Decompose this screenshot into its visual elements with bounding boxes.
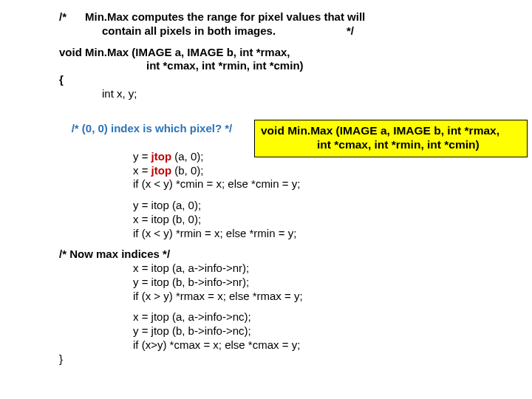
comment-top-line2: contain all pixels in both images. */ (59, 24, 502, 38)
comment-max: /* Now max indices */ (59, 248, 502, 262)
block3-line3: if (x > y) *rmax = x; else *rmax = y; (59, 290, 502, 304)
block2-line3: if (x < y) *rmin = x; else *rmin = y; (59, 227, 502, 241)
block4-line3: if (x>y) *cmax = x; else *cmax = y; (59, 338, 502, 352)
block4-line2: y = jtop (b, b->info->nc); (59, 324, 502, 338)
brace-close: } (59, 352, 502, 366)
block3-line2: y = itop (b, b->info->nr); (59, 276, 502, 290)
signature-line1: void Min.Max (IMAGE a, IMAGE b, int *rma… (59, 46, 502, 60)
comment-top-line1: /* Min.Max computes the range for pixel … (59, 10, 502, 24)
callout-line1: void Min.Max (IMAGE a, IMAGE b, int *rma… (261, 123, 521, 137)
brace-open: { (59, 73, 502, 87)
highlight-callout: void Min.Max (IMAGE a, IMAGE b, int *rma… (254, 120, 528, 157)
block4-line1: x = jtop (a, a->info->nc); (59, 310, 502, 324)
block2-line1: y = itop (a, 0); (59, 199, 502, 213)
code-listing: /* Min.Max computes the range for pixel … (0, 0, 532, 376)
block2-line2: x = itop (b, 0); (59, 213, 502, 227)
callout-line2: int *cmax, int *rmin, int *cmin) (261, 137, 521, 151)
decl-xy: int x, y; (59, 87, 502, 101)
block3-line1: x = itop (a, a->info->nr); (59, 262, 502, 276)
block1-line3: if (x < y) *cmin = x; else *cmin = y; (59, 177, 502, 191)
signature-line2: int *cmax, int *rmin, int *cmin) (59, 59, 502, 73)
comment-index-text: /* (0, 0) index is which pixel? */ (72, 122, 233, 134)
block1-line2: x = jtop (b, 0); (59, 164, 502, 178)
